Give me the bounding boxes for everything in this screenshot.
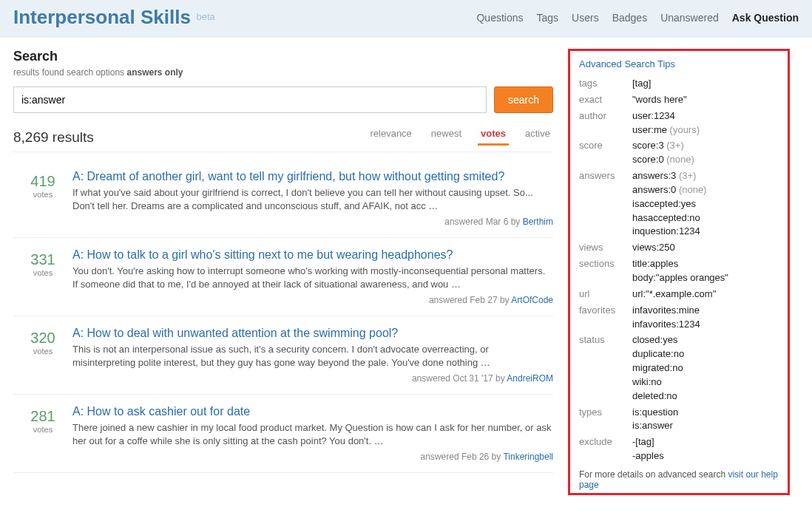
tips-list: tags[tag]exact"words here"authoruser:123… — [579, 77, 779, 463]
sidebar: Advanced Search Tips tags[tag]exact"word… — [568, 49, 790, 495]
vote-count: 281 — [13, 408, 72, 425]
result-body: A: How to talk to a girl who's sitting n… — [72, 248, 553, 305]
tip-label: author — [579, 109, 632, 137]
tips-heading[interactable]: Advanced Search Tips — [579, 58, 779, 69]
tip-value: [tag] — [632, 77, 651, 91]
result-author-link[interactable]: Berthim — [523, 217, 553, 227]
site-title[interactable]: Interpersonal Skills — [13, 6, 191, 28]
tab-relevance[interactable]: relevance — [367, 123, 414, 146]
tip-label: exclude — [579, 435, 632, 463]
search-heading: Search — [13, 49, 553, 64]
result-stats: 331votes — [13, 248, 72, 305]
results-list: 419votesA: Dreamt of another girl, want … — [13, 160, 553, 473]
vote-count: 419 — [13, 173, 72, 190]
tips-footer-text: For more details on advanced search — [579, 469, 728, 480]
result-stats: 281votes — [13, 405, 72, 462]
tip-row: favoritesinfavorites:mineinfavorites:123… — [579, 304, 779, 332]
result-excerpt: You don't. You're asking how to interrup… — [72, 265, 553, 290]
tip-value: answers:3 (3+)answers:0 (none)isaccepted… — [632, 169, 706, 239]
tip-row: exclude-[tag]-apples — [579, 435, 779, 463]
vote-count: 331 — [13, 251, 72, 268]
tip-row: scorescore:3 (3+)score:0 (none) — [579, 139, 779, 167]
subhelp-options: search options — [67, 67, 124, 78]
sort-tabs: relevance newest votes active — [367, 123, 553, 146]
tip-value: score:3 (3+)score:0 (none) — [632, 139, 694, 167]
tip-row: urlurl:"*.example.com" — [579, 287, 779, 302]
subhelp-found: results found — [13, 67, 64, 78]
result-excerpt: This is not an interpersonal issue as su… — [72, 343, 553, 369]
result-excerpt: If what you've said about your girlfrien… — [72, 186, 553, 212]
main-column: Search results found search options answ… — [13, 49, 553, 495]
search-result: 331votesA: How to talk to a girl who's s… — [13, 238, 553, 316]
tip-value: views:250 — [632, 241, 675, 255]
tip-row: tags[tag] — [579, 77, 779, 91]
vote-label: votes — [13, 347, 72, 355]
tip-row: statusclosed:yesduplicate:nomigrated:now… — [579, 333, 779, 403]
result-meta: answered Feb 27 by ArtOfCode — [72, 295, 553, 305]
vote-label: votes — [13, 268, 72, 277]
beta-badge: beta — [197, 11, 215, 22]
result-author-link[interactable]: AndreiROM — [507, 373, 553, 384]
tip-label: score — [579, 139, 632, 167]
search-result: 320votesA: How to deal with unwanted att… — [13, 316, 553, 395]
tip-label: answers — [579, 169, 632, 239]
result-meta: answered Oct 31 '17 by AndreiROM — [72, 373, 553, 384]
subhelp-filter: answers only — [126, 67, 183, 78]
result-author-link[interactable]: Tinkeringbell — [503, 452, 553, 462]
tip-value: title:applesbody:"apples oranges" — [632, 257, 728, 285]
result-title[interactable]: A: Dreamt of another girl, want to tell … — [72, 170, 504, 183]
result-excerpt: There joined a new cashier in my local f… — [72, 421, 553, 447]
result-title[interactable]: A: How to ask cashier out for date — [72, 405, 250, 418]
tip-label: sections — [579, 257, 632, 285]
nav-tags[interactable]: Tags — [537, 12, 559, 24]
tip-row: sectionstitle:applesbody:"apples oranges… — [579, 257, 779, 285]
result-body: A: How to ask cashier out for dateThere … — [72, 405, 553, 462]
tips-footer: For more details on advanced search visi… — [579, 469, 779, 490]
tip-label: status — [579, 333, 632, 403]
tip-value: "words here" — [632, 93, 687, 107]
nav-unanswered[interactable]: Unanswered — [660, 12, 719, 24]
search-result: 281votesA: How to ask cashier out for da… — [13, 395, 553, 473]
search-result: 419votesA: Dreamt of another girl, want … — [13, 160, 553, 238]
result-title[interactable]: A: How to talk to a girl who's sitting n… — [72, 248, 453, 262]
tip-label: url — [579, 287, 632, 302]
search-button[interactable]: search — [494, 86, 553, 113]
result-author-link[interactable]: ArtOfCode — [511, 295, 553, 305]
nav-users[interactable]: Users — [572, 12, 599, 24]
nav-questions[interactable]: Questions — [476, 12, 523, 24]
tab-newest[interactable]: newest — [428, 123, 464, 146]
result-stats: 320votes — [13, 327, 72, 384]
tip-value: -[tag]-apples — [632, 435, 664, 463]
tip-label: views — [579, 241, 632, 255]
tip-label: favorites — [579, 304, 632, 332]
tip-value: closed:yesduplicate:nomigrated:nowiki:no… — [632, 333, 684, 403]
tab-active[interactable]: active — [522, 123, 553, 146]
result-body: A: How to deal with unwanted attention a… — [72, 327, 553, 384]
search-tips-box: Advanced Search Tips tags[tag]exact"word… — [568, 49, 790, 495]
vote-label: votes — [13, 425, 72, 434]
site-title-block: Interpersonal Skills beta — [13, 6, 215, 29]
vote-count: 320 — [13, 330, 72, 347]
top-bar: Interpersonal Skills beta Questions Tags… — [0, 0, 812, 38]
nav-ask-question[interactable]: Ask Question — [732, 12, 799, 24]
tip-row: typesis:questionis:answer — [579, 406, 779, 434]
vote-label: votes — [13, 190, 72, 199]
tip-label: exact — [579, 93, 632, 107]
result-count: 8,269 results — [13, 129, 94, 146]
tip-row: viewsviews:250 — [579, 241, 779, 255]
result-stats: 419votes — [13, 170, 72, 227]
tip-value: url:"*.example.com" — [632, 287, 716, 302]
tab-votes[interactable]: votes — [478, 123, 509, 146]
nav-badges[interactable]: Badges — [612, 12, 647, 24]
tip-label: types — [579, 406, 632, 434]
tip-value: user:1234user:me (yours) — [632, 109, 700, 137]
result-title[interactable]: A: How to deal with unwanted attention a… — [72, 327, 398, 340]
search-input[interactable] — [13, 86, 487, 113]
result-meta: answered Feb 26 by Tinkeringbell — [72, 452, 553, 462]
results-header: 8,269 results relevance newest votes act… — [13, 123, 553, 152]
tip-value: is:questionis:answer — [632, 406, 678, 434]
primary-nav: Questions Tags Users Badges Unanswered A… — [476, 6, 799, 24]
tip-row: exact"words here" — [579, 93, 779, 107]
tip-value: infavorites:mineinfavorites:1234 — [632, 304, 700, 332]
tip-row: authoruser:1234user:me (yours) — [579, 109, 779, 137]
